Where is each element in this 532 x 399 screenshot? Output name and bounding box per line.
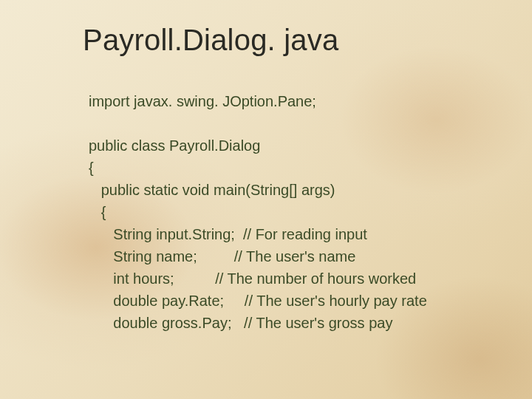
code-line: public class Payroll.Dialog [89, 134, 510, 157]
slide-title: Payroll.Dialog. java [83, 24, 338, 57]
code-line: { [89, 157, 510, 179]
code-line: import javax. swing. JOption.Pane; [89, 90, 510, 112]
code-line: double gross.Pay; // The user's gross pa… [89, 312, 510, 334]
code-line: String name; // The user's name [89, 245, 510, 267]
code-line: double pay.Rate; // The user's hourly pa… [89, 290, 510, 312]
code-line: { [89, 201, 510, 223]
code-line: String input.String; // For reading inpu… [89, 223, 510, 245]
blank-line [89, 112, 510, 134]
slide: Payroll.Dialog. java import javax. swing… [0, 0, 532, 399]
code-line: public static void main(String[] args) [89, 179, 510, 201]
code-block: import javax. swing. JOption.Pane; publi… [89, 90, 510, 334]
code-line: int hours; // The number of hours worked [89, 267, 510, 290]
